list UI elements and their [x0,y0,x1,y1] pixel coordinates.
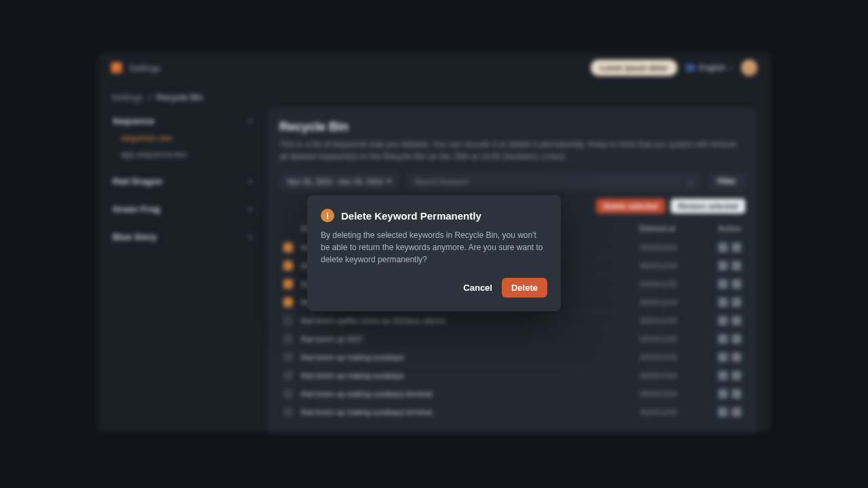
delete-button[interactable]: Delete [502,278,547,298]
delete-confirm-modal: ! Delete Keyword Permanently By deleting… [307,195,561,311]
modal-overlay[interactable]: ! Delete Keyword Permanently By deleting… [0,0,868,488]
modal-body: By deleting the selected keywords in Rec… [321,229,547,266]
cancel-button[interactable]: Cancel [463,283,492,293]
warning-icon: ! [321,209,334,222]
modal-title: Delete Keyword Permanently [341,210,481,222]
